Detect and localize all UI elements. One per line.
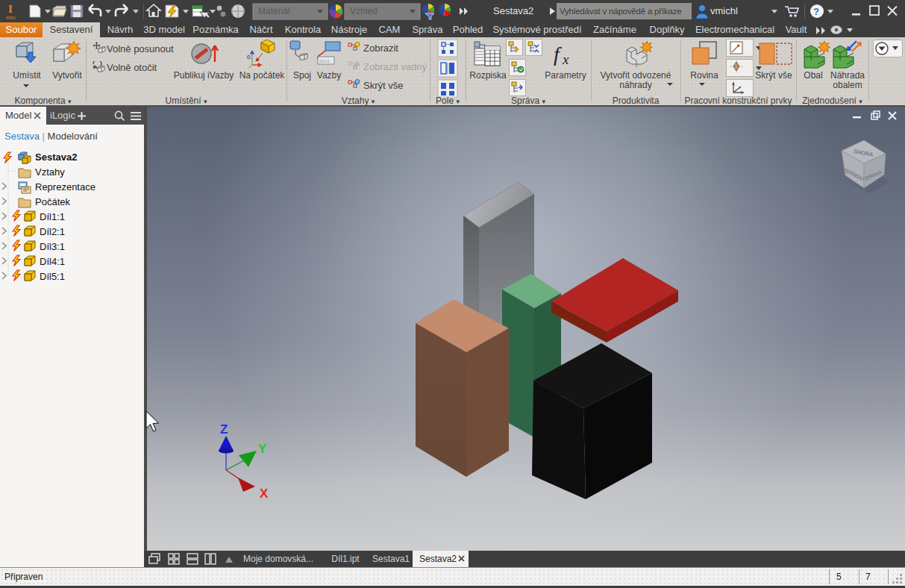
svg-text:Vztahy: Vztahy [35, 166, 65, 178]
svg-text:Sestava2: Sestava2 [35, 151, 77, 163]
svg-text:0,: 0, [247, 54, 252, 60]
svg-text:Z: Z [220, 422, 228, 437]
svg-text:Díl5:1: Díl5:1 [40, 271, 65, 282]
svg-text:f: f [554, 43, 562, 66]
svg-text:Počátek: Počátek [35, 196, 70, 207]
svg-text:Díl1:1: Díl1:1 [40, 211, 65, 222]
svg-text:Díl3:1: Díl3:1 [40, 241, 65, 252]
svg-text:Materiál: Materiál [258, 6, 290, 16]
svg-text:?: ? [813, 6, 819, 17]
svg-text:X: X [260, 487, 269, 501]
svg-text:x: x [562, 51, 569, 66]
svg-text:2013: 2013 [319, 59, 330, 63]
svg-text:PRO: PRO [6, 16, 16, 20]
svg-text:I: I [8, 3, 13, 15]
svg-text:Vzhled: Vzhled [350, 6, 378, 16]
svg-text:Díl2:1: Díl2:1 [40, 226, 65, 237]
svg-text:Reprezentace: Reprezentace [35, 181, 95, 193]
svg-text:Y: Y [258, 442, 267, 456]
svg-text:Díl4:1: Díl4:1 [40, 256, 65, 267]
